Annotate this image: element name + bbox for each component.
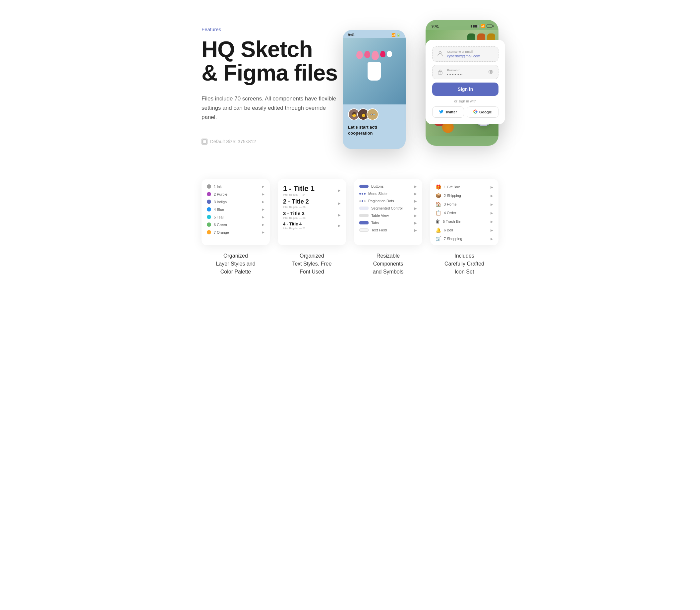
color-palette-label: OrganizedLayer Styles andColor Palette [216, 252, 255, 276]
user-icon [437, 51, 444, 57]
icons-row: 🔔 6 Bell ▶ [436, 227, 493, 233]
typography-preview: 1 - Title 1 Inter Regular — 34 ▶ 2 - Tit… [278, 179, 346, 245]
sign-in-button[interactable]: Sign in [432, 83, 499, 96]
comp-row: Segmented Control ▶ [359, 206, 417, 210]
icons-row: 📦 2 Shipping ▶ [436, 193, 493, 198]
back-phone-time: 9:41 [432, 24, 439, 28]
icons-row: 📋 4 Order ▶ [436, 210, 493, 215]
typo-item: 1 - Title 1 Inter Regular — 34 ▶ [283, 184, 341, 196]
resize-icon [201, 139, 208, 145]
heading-line1: HQ Sketch [201, 36, 312, 62]
lock-icon [437, 69, 444, 76]
password-input-group: Password •••••••••• [447, 69, 485, 76]
icon-symbol: 🏠 [436, 202, 441, 207]
comp-row: Table View ▶ [359, 213, 417, 218]
color-row: 1 Ink ▶ [207, 184, 264, 189]
icons-label: IncludesCarefully CraftedIcon Set [444, 252, 484, 276]
left-content: Features HQ Sketch & Figma files Files i… [201, 20, 339, 145]
login-card: Username or Email cyberbox@mail.com [426, 40, 505, 124]
or-text: or sign in with [432, 99, 499, 103]
eye-icon[interactable] [488, 70, 493, 75]
icons-preview: 🎁 1 Gift Box ▶ 📦 2 Shipping ▶ 🏠 3 Home ▶… [430, 179, 499, 245]
flower-vase [368, 62, 381, 81]
flower-pink3 [372, 51, 379, 60]
twitter-label: Twitter [445, 110, 457, 114]
password-label: Password [447, 69, 485, 72]
username-value: cyberbox@mail.com [447, 54, 493, 58]
color-row: 7 Orange ▶ [207, 230, 264, 235]
components-preview: Buttons ▶ Menu Slider ▶ Pagination Dots … [354, 179, 422, 245]
icons-row: 🛒 7 Shopping ▶ [436, 236, 493, 241]
password-dots: •••••••••• [447, 73, 485, 76]
color-list: 1 Ink ▶ 2 Purple ▶ 3 Indigo ▶ 4 Blue ▶ [207, 184, 264, 235]
comp-row: Tabs ▶ [359, 221, 417, 225]
comp-row: Text Field ▶ [359, 228, 417, 232]
avatar-3: 👓 [367, 108, 378, 121]
comp-row: Menu Slider ▶ [359, 192, 417, 196]
icon-symbol: 🔔 [436, 227, 441, 233]
feature-card-components: Buttons ▶ Menu Slider ▶ Pagination Dots … [354, 179, 422, 276]
page-wrapper: Features HQ Sketch & Figma files Files i… [175, 0, 525, 302]
icons-list: 🎁 1 Gift Box ▶ 📦 2 Shipping ▶ 🏠 3 Home ▶… [436, 184, 493, 241]
google-button[interactable]: Google [467, 107, 499, 118]
icon-symbol: 🎁 [436, 184, 441, 190]
comp-row: Pagination Dots ▶ [359, 199, 417, 203]
google-label: Google [479, 110, 492, 114]
default-size: Default Size: 375×812 [201, 139, 339, 145]
color-palette-preview: 1 Ink ▶ 2 Purple ▶ 3 Indigo ▶ 4 Blue ▶ [201, 179, 270, 245]
icons-row: 🎁 1 Gift Box ▶ [436, 184, 493, 190]
icon-symbol: 🛒 [436, 236, 441, 241]
icon-symbol: 📦 [436, 193, 441, 198]
svg-rect-0 [202, 140, 207, 144]
main-heading: HQ Sketch & Figma files [201, 37, 339, 85]
twitter-button[interactable]: Twitter [432, 107, 464, 118]
svg-point-3 [440, 72, 441, 73]
comp-row: Buttons ▶ [359, 184, 417, 188]
icon-symbol: 🗑 [436, 219, 440, 224]
color-row: 6 Green ▶ [207, 222, 264, 227]
phone-mockups: 9:41 📶 [339, 20, 499, 159]
typo-item: 2 - Title 2 Inter Regular — 28 ▶ [283, 198, 341, 209]
heading-line2: & Figma files [201, 60, 337, 85]
feature-card-color-palette: 1 Ink ▶ 2 Purple ▶ 3 Indigo ▶ 4 Blue ▶ [201, 179, 270, 276]
flower-white [387, 51, 392, 57]
svg-point-4 [490, 71, 491, 73]
flower-image [343, 38, 406, 105]
twitter-icon [439, 110, 443, 115]
icons-row: 🗑 5 Trash Bin ▶ [436, 219, 493, 224]
feature-card-typography: 1 - Title 1 Inter Regular — 34 ▶ 2 - Tit… [278, 179, 346, 276]
username-label: Username or Email [447, 50, 493, 53]
components-label: ResizableComponentsand Symbols [373, 252, 404, 276]
description: Files include 70 screens. All components… [201, 94, 339, 122]
phone-front-left: 9:41 📶 🔋 [343, 30, 406, 149]
color-row: 3 Indigo ▶ [207, 199, 264, 204]
color-row: 2 Purple ▶ [207, 192, 264, 196]
front-phone-time: 9:41 [348, 33, 355, 37]
front-phone-status: 9:41 📶 🔋 [343, 30, 406, 38]
avatars-row: 👨 👩 👓 [343, 105, 406, 122]
username-input-group: Username or Email cyberbox@mail.com [447, 50, 493, 58]
comp-list: Buttons ▶ Menu Slider ▶ Pagination Dots … [359, 184, 417, 232]
cooperation-text: Let's start acticooperation [343, 122, 406, 139]
default-size-label: Default Size: 375×812 [210, 139, 256, 144]
flower-heads [356, 51, 392, 60]
typo-item: 4 - Title 4 Inter Regular — 21 ▶ [283, 222, 341, 230]
top-section: Features HQ Sketch & Figma files Files i… [201, 20, 499, 159]
password-field[interactable]: Password •••••••••• [432, 65, 499, 79]
feature-card-icons: 🎁 1 Gift Box ▶ 📦 2 Shipping ▶ 🏠 3 Home ▶… [430, 179, 499, 276]
vase [368, 62, 381, 81]
flower-pink2 [364, 51, 370, 58]
flower-pink4 [380, 51, 386, 57]
social-buttons: Twitter Google [432, 107, 499, 118]
typo-item: 3 - Title 3 Inter Regular — 23 ▶ [283, 210, 341, 220]
features-grid: 1 Ink ▶ 2 Purple ▶ 3 Indigo ▶ 4 Blue ▶ [201, 179, 499, 276]
phone-back-status: 9:41 📶 [426, 20, 499, 30]
typo-list: 1 - Title 1 Inter Regular — 34 ▶ 2 - Tit… [283, 184, 341, 230]
google-icon [473, 109, 477, 115]
icon-symbol: 📋 [436, 210, 441, 215]
features-label: Features [201, 27, 339, 32]
username-field[interactable]: Username or Email cyberbox@mail.com [432, 46, 499, 62]
color-row: 4 Blue ▶ [207, 207, 264, 211]
typography-label: OrganizedText Styles. FreeFont Used [292, 252, 331, 276]
color-row: 5 Teal ▶ [207, 215, 264, 219]
